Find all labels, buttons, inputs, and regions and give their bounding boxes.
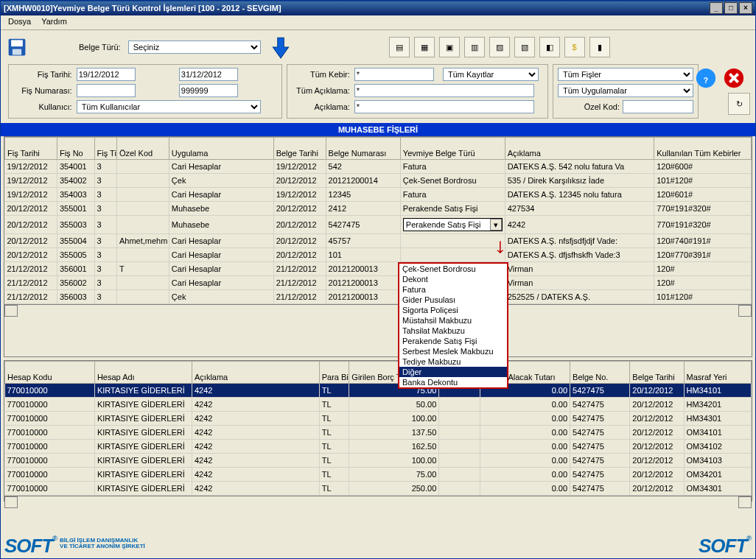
tool-icon-4[interactable]: ▥ bbox=[464, 37, 485, 57]
maximize-button[interactable]: □ bbox=[724, 2, 738, 14]
aciklama-input[interactable] bbox=[354, 100, 534, 113]
col-fis_tipi[interactable]: Fiş Tipi bbox=[94, 138, 116, 160]
table-row[interactable]: 770010000KIRTASIYE GİDERLERİ4242TL 162.5… bbox=[5, 440, 752, 454]
table-row[interactable]: 21/12/20123560033Çek 21/12/2012201212000… bbox=[5, 290, 752, 304]
table-row[interactable]: 20/12/20123550033Muhasebe 20/12/20125427… bbox=[5, 216, 752, 234]
dropdown-option[interactable]: Banka Dekontu bbox=[399, 377, 507, 387]
table-row[interactable]: 19/12/20123540023Çek 20/12/2012201212000… bbox=[5, 174, 752, 188]
col2-para[interactable]: Para Birimi bbox=[319, 362, 349, 384]
col-ozel_kod[interactable]: Özel Kod bbox=[116, 138, 169, 160]
col2-masraf[interactable]: Masraf Yeri bbox=[684, 362, 752, 384]
tool-icon-7[interactable]: ◧ bbox=[539, 37, 560, 57]
col2-belge_tarihi[interactable]: Belge Tarihi bbox=[630, 362, 684, 384]
menu-help[interactable]: Yardım bbox=[41, 17, 67, 28]
belge-turu-label: Belge Türü: bbox=[79, 43, 121, 52]
dropdown-option[interactable]: Tediye Makbuzu bbox=[399, 356, 507, 367]
col2-belgeno[interactable]: Belge No. bbox=[570, 362, 630, 384]
table-row[interactable]: 770010000KIRTASIYE GİDERLERİ4242TL 75.00… bbox=[5, 384, 752, 398]
table-row[interactable]: 770010000KIRTASIYE GİDERLERİ4242TL 100.0… bbox=[5, 454, 752, 468]
apply-arrow-icon[interactable] bbox=[268, 35, 293, 60]
save-icon[interactable] bbox=[7, 37, 27, 57]
tum-kebir-label: Tüm Kebir: bbox=[292, 70, 350, 79]
fis-tarihi-to[interactable] bbox=[179, 68, 238, 81]
table-row[interactable]: 770010000KIRTASIYE GİDERLERİ4242TL 250.0… bbox=[5, 482, 752, 496]
close-icon[interactable] bbox=[723, 67, 745, 89]
annotation-arrow-icon: ↓ bbox=[494, 234, 507, 258]
col2-hesap_kodu[interactable]: Hesap Kodu bbox=[5, 362, 95, 384]
col-kebirler[interactable]: Kullanılan Tüm Kebirler bbox=[654, 138, 752, 160]
kullanici-select[interactable]: Tüm Kullanıcılar bbox=[77, 100, 261, 113]
detail-grid[interactable]: Hesap KoduHesap AdıAçıklamaPara BirimiGi… bbox=[4, 361, 752, 496]
fis-tarihi-from[interactable] bbox=[77, 68, 136, 81]
svg-rect-2 bbox=[13, 49, 21, 55]
close-button[interactable]: × bbox=[739, 2, 752, 14]
col-fis_tarihi[interactable]: Fiş Tarihi bbox=[5, 138, 57, 160]
table-row[interactable]: 21/12/20123560013TCari Hesaplar 21/12/20… bbox=[5, 262, 752, 276]
fis-no-to[interactable] bbox=[179, 84, 238, 97]
window-title: [XMHW0010]Yevmiye Belge Türü Kontrol İşl… bbox=[4, 4, 710, 13]
tool-icon-8[interactable]: $ bbox=[564, 37, 585, 57]
table-row[interactable]: 770010000KIRTASIYE GİDERLERİ4242TL 50.00… bbox=[5, 398, 752, 412]
table-row[interactable]: 19/12/20123540013Cari Hesaplar 19/12/201… bbox=[5, 160, 752, 174]
table-row[interactable]: 21/12/20123560023Cari Hesaplar 21/12/201… bbox=[5, 276, 752, 290]
aciklama-label: Açıklama: bbox=[292, 102, 350, 111]
chevron-down-icon[interactable]: ▾ bbox=[490, 219, 502, 231]
dropdown-option[interactable]: Gider Pusulası bbox=[399, 295, 507, 305]
belge-turu-select[interactable]: Seçiniz bbox=[128, 41, 261, 54]
grid2-hscroll[interactable] bbox=[4, 496, 752, 507]
yevmiye-dropdown[interactable]: Perakende Satış Fişi▾ bbox=[403, 218, 503, 231]
table-row[interactable]: 770010000KIRTASIYE GİDERLERİ4242TL 75.00… bbox=[5, 468, 752, 482]
table-row[interactable]: 20/12/20123550043Ahmet,mehmCari Hesaplar… bbox=[5, 234, 752, 248]
tum-kebir-input[interactable] bbox=[354, 68, 434, 81]
dropdown-option[interactable]: Dekont bbox=[399, 274, 507, 284]
table-row[interactable]: 20/12/20123550013Muhasebe 20/12/20122412… bbox=[5, 202, 752, 216]
col-belge_tarihi[interactable]: Belge Tarihi bbox=[273, 138, 326, 160]
tool-icon-1[interactable]: ▤ bbox=[389, 37, 410, 57]
menu-file[interactable]: Dosya bbox=[8, 17, 31, 28]
tool-icon-9[interactable]: ▮ bbox=[589, 37, 610, 57]
table-row[interactable]: 20/12/20123550053Cari Hesaplar 20/12/201… bbox=[5, 248, 752, 262]
tum-kayitlar-select[interactable]: Tüm Kayıtlar bbox=[443, 68, 539, 81]
col-aciklama[interactable]: Açıklama bbox=[505, 138, 654, 160]
dropdown-option[interactable]: Diğer bbox=[399, 367, 507, 377]
section-header: MUHASEBE FİŞLERİ bbox=[1, 123, 755, 136]
refresh-icon[interactable]: ↻ bbox=[728, 93, 750, 115]
tum-uygulamalar-select[interactable]: Tüm Uygulamalar bbox=[558, 84, 693, 97]
tool-icon-6[interactable]: ▧ bbox=[514, 37, 535, 57]
yevmiye-dropdown-popup[interactable]: Çek-Senet BordrosuDekontFaturaGider Pusu… bbox=[398, 262, 508, 389]
dropdown-option[interactable]: Perakende Satış Fişi bbox=[399, 336, 507, 346]
fis-no-label: Fiş Numarası: bbox=[13, 86, 72, 95]
dropdown-option[interactable]: Müstahsil Makbuzu bbox=[399, 315, 507, 326]
dropdown-option[interactable]: Sigorta Poliçesi bbox=[399, 305, 507, 315]
col-fis_no[interactable]: Fiş No bbox=[57, 138, 94, 160]
fis-tarihi-label: Fiş Tarihi: bbox=[13, 70, 72, 79]
col2-aciklama[interactable]: Açıklama bbox=[192, 362, 320, 384]
ozel-kod-label: Özel Kod: bbox=[584, 102, 620, 111]
tum-fisler-select[interactable]: Tüm Fişler bbox=[558, 68, 693, 81]
dropdown-option[interactable]: Fatura bbox=[399, 284, 507, 295]
grid1-hscroll[interactable] bbox=[4, 304, 752, 316]
fis-no-from[interactable] bbox=[77, 84, 136, 97]
svg-text:?: ? bbox=[704, 77, 708, 85]
tool-icon-5[interactable]: ▨ bbox=[489, 37, 510, 57]
dropdown-option[interactable]: Serbest Meslek Makbuzu bbox=[399, 346, 507, 356]
dropdown-option[interactable]: Tahsilat Makbuzu bbox=[399, 326, 507, 336]
ozel-kod-input[interactable] bbox=[623, 100, 693, 113]
tum-aciklama-input[interactable] bbox=[354, 84, 534, 97]
table-row[interactable]: 770010000KIRTASIYE GİDERLERİ4242TL 137.5… bbox=[5, 426, 752, 440]
tool-icon-3[interactable]: ▣ bbox=[439, 37, 460, 57]
dropdown-option[interactable]: Çek-Senet Bordrosu bbox=[399, 264, 507, 274]
table-row[interactable]: 770010000KIRTASIYE GİDERLERİ4242TL 100.0… bbox=[5, 412, 752, 426]
tum-aciklama-label: Tüm Açıklama: bbox=[292, 86, 350, 95]
col-uygulama[interactable]: Uygulama bbox=[169, 138, 273, 160]
kullanici-label: Kullanıcı: bbox=[13, 102, 72, 111]
main-grid[interactable]: Fiş TarihiFiş NoFiş TipiÖzel KodUygulama… bbox=[4, 137, 752, 304]
tool-icon-2[interactable]: ▦ bbox=[414, 37, 435, 57]
brand-logo-right: SOFT® bbox=[699, 535, 752, 558]
help-icon[interactable]: ? bbox=[695, 67, 717, 89]
col2-hesap_adi[interactable]: Hesap Adı bbox=[94, 362, 192, 384]
col-belge_no[interactable]: Belge Numarası bbox=[326, 138, 400, 160]
minimize-button[interactable]: _ bbox=[710, 2, 723, 14]
col-yevmiye[interactable]: Yevmiye Belge Türü bbox=[400, 138, 505, 160]
table-row[interactable]: 19/12/20123540033Cari Hesaplar 19/12/201… bbox=[5, 188, 752, 202]
